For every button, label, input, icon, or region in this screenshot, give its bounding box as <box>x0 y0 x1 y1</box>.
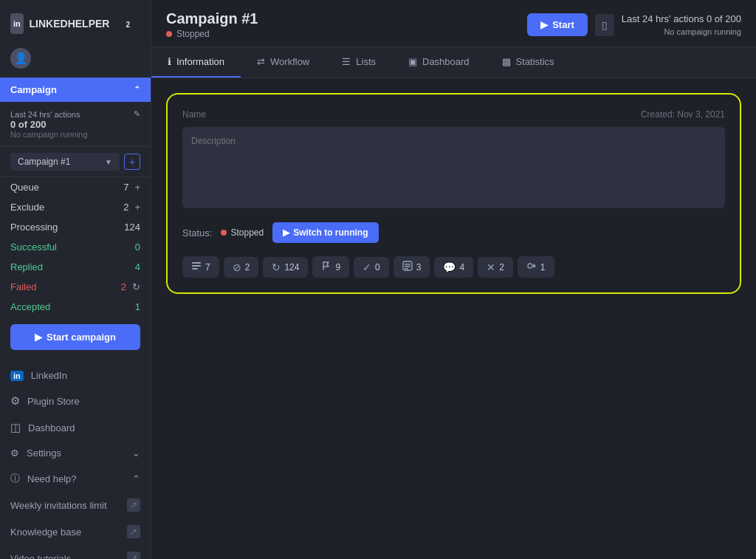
tab-dashboard[interactable]: ▣ Dashboard <box>392 47 486 78</box>
svg-rect-2 <box>192 268 198 270</box>
tab-information[interactable]: ℹ Information <box>151 47 241 78</box>
arrow-chip-value: 1 <box>540 262 546 272</box>
stat-chip-arrow[interactable]: 1 <box>518 256 554 278</box>
statistics-icon: ▩ <box>502 56 511 67</box>
sidebar-item-video-tutorials[interactable]: Video tutorials ↗ <box>0 545 151 559</box>
stat-chip-exclude[interactable]: ⊘ 2 <box>224 257 259 278</box>
sidebar-item-need-help[interactable]: ⓘ Need help? ⌃ <box>0 465 151 492</box>
sidebar-item-knowledge-base[interactable]: Knowledge base ↗ <box>0 518 151 545</box>
copy-button[interactable]: ▯ <box>595 14 614 36</box>
switch-to-running-button[interactable]: ▶ Switch to running <box>272 222 378 243</box>
logo-icon: in <box>10 13 24 34</box>
svg-rect-1 <box>192 265 201 267</box>
stats-count: 0 of 200 <box>10 119 140 130</box>
processing-chip-value: 124 <box>284 262 299 272</box>
sidebar-failed-row: Failed 2 ↻ <box>0 277 151 297</box>
stat-chip-bubble[interactable]: 💬 4 <box>434 257 473 278</box>
status-label: Status: <box>182 227 212 239</box>
stats-sub: No campaign running <box>10 130 140 139</box>
main-header: Campaign #1 Stopped ▶ Start ▯ Last 24 hr… <box>151 0 756 47</box>
accepted-label: Accepted <box>10 301 50 312</box>
exclude-add-icon[interactable]: + <box>134 202 140 213</box>
queue-chip-icon <box>191 261 202 273</box>
queue-value: 7 <box>123 182 128 193</box>
stat-chip-x[interactable]: ✕ 2 <box>478 257 513 278</box>
sidebar-accepted-row: Accepted 1 <box>0 297 151 317</box>
info-card: Name Created: Nov 3, 2021 Status: Stoppe… <box>166 93 741 294</box>
avatar[interactable]: 👤 <box>10 48 31 69</box>
status-value: Stopped <box>230 227 264 238</box>
start-campaign-button[interactable]: ▶ Start campaign <box>10 324 140 350</box>
stat-chip-processing[interactable]: ↻ 124 <box>263 257 308 278</box>
grid-icon: ◫ <box>10 421 21 434</box>
sidebar-campaign-section[interactable]: Campaign ⌃ <box>0 78 151 102</box>
sidebar-queue-row: Queue 7 + <box>0 177 151 197</box>
processing-chip-icon: ↻ <box>272 261 281 273</box>
tab-lists[interactable]: ☰ Lists <box>326 47 392 78</box>
sidebar-item-linkedin[interactable]: in LinkedIn <box>0 363 151 388</box>
info-card-header: Name Created: Nov 3, 2021 <box>182 109 725 120</box>
campaign-dropdown-label: Campaign #1 <box>18 157 70 167</box>
description-textarea[interactable] <box>182 127 725 208</box>
svg-rect-4 <box>405 264 410 265</box>
tab-workflow[interactable]: ⇄ Workflow <box>241 47 326 78</box>
processing-value: 124 <box>124 222 140 233</box>
replied-value: 4 <box>135 261 140 272</box>
video-tutorials-label: Video tutorials <box>10 553 71 560</box>
sidebar-item-settings[interactable]: ⚙ Settings ⌄ <box>0 441 151 465</box>
tab-statistics-label: Statistics <box>516 56 554 67</box>
tab-information-label: Information <box>176 56 224 67</box>
tab-statistics[interactable]: ▩ Statistics <box>486 47 571 78</box>
edit-icon[interactable]: ✎ <box>134 109 140 119</box>
stat-chip-queue[interactable]: 7 <box>182 256 219 278</box>
sidebar-item-plugin-store[interactable]: ⚙ Plugin Store <box>0 388 151 414</box>
tabs-bar: ℹ Information ⇄ Workflow ☰ Lists ▣ Dashb… <box>151 47 756 78</box>
exclude-chip-icon: ⊘ <box>233 261 241 273</box>
info-icon: ℹ <box>168 56 171 67</box>
settings-icon: ⚙ <box>10 447 19 459</box>
svg-rect-0 <box>192 262 201 264</box>
svg-rect-6 <box>405 268 408 270</box>
campaign-section-label: Campaign <box>10 84 57 95</box>
stat-chip-flag[interactable]: 9 <box>312 256 349 278</box>
add-campaign-button[interactable]: + <box>124 154 140 170</box>
check-chip-icon: ✓ <box>362 261 371 273</box>
sidebar-exclude-row: Exclude 2 + <box>0 197 151 217</box>
tab-workflow-label: Workflow <box>270 56 309 67</box>
bubble-chip-value: 4 <box>459 262 464 272</box>
dashboard-label: Dashboard <box>28 422 75 433</box>
settings-label: Settings <box>27 447 61 459</box>
svg-rect-5 <box>405 266 410 267</box>
arrow-chip-icon <box>526 261 537 273</box>
campaign-dropdown[interactable]: Campaign #1 ▼ <box>10 153 120 171</box>
replied-label: Replied <box>10 261 43 272</box>
app-name: LINKEDHELPER <box>30 18 110 30</box>
name-field-label: Name <box>182 109 206 120</box>
start-button[interactable]: ▶ Start <box>527 13 588 36</box>
settings-chevron-down-icon: ⌄ <box>132 447 140 459</box>
check-chip-value: 0 <box>375 262 380 272</box>
successful-label: Successful <box>10 241 57 253</box>
plugin-store-label: Plugin Store <box>27 396 80 407</box>
external-link-icon: ↗ <box>127 525 140 538</box>
stat-chip-list[interactable]: 3 <box>394 256 430 278</box>
queue-add-icon[interactable]: + <box>134 182 140 193</box>
stat-chip-check[interactable]: ✓ 0 <box>354 257 389 278</box>
flag-chip-value: 9 <box>335 262 340 272</box>
stats-title-row: Last 24 hrs' actions ✎ <box>10 109 140 119</box>
sidebar-item-dashboard[interactable]: ◫ Dashboard <box>0 414 151 441</box>
tab-dashboard-label: Dashboard <box>422 56 470 67</box>
chevron-down-icon: ▼ <box>105 158 112 166</box>
sidebar-stats-area: Last 24 hrs' actions ✎ 0 of 200 No campa… <box>0 102 151 147</box>
user-avatar-area: 👤 <box>0 44 151 78</box>
campaign-status-area: Stopped <box>166 29 258 39</box>
svg-point-7 <box>528 264 532 268</box>
failed-value: 2 <box>121 281 126 292</box>
stats-chips-row: 7 ⊘ 2 ↻ 124 9 <box>182 256 725 278</box>
start-campaign-label: Start campaign <box>47 332 116 343</box>
status-row: Status: Stopped ▶ Switch to running <box>182 222 725 243</box>
campaign-title: Campaign #1 <box>166 10 258 27</box>
refresh-icon[interactable]: ↻ <box>132 281 140 292</box>
sidebar-item-weekly-invitations[interactable]: Weekly invitations limit ↗ <box>0 492 151 518</box>
start-btn-label: Start <box>552 19 574 30</box>
